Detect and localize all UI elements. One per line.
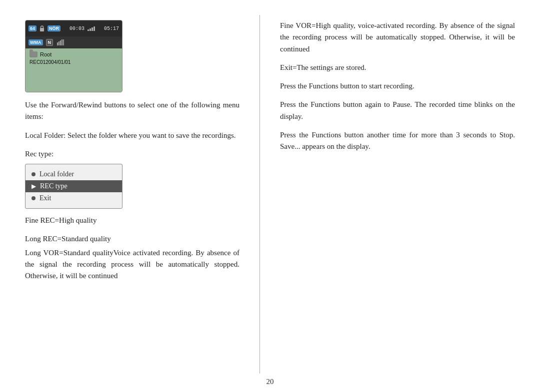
left-para1: Use the Forward/Rewind buttons to select… <box>25 99 240 123</box>
menu-item-rec-type[interactable]: ▶ REC type <box>26 180 122 192</box>
left-para4: Fine REC=High quality <box>25 215 240 226</box>
device-root-label: Root <box>40 51 52 57</box>
badge-n: N <box>46 39 54 46</box>
device-top-bar: 64 NÖR 00:03 <box>26 20 122 36</box>
device-second-bar: WMA N <box>26 36 122 48</box>
left-column: 64 NÖR 00:03 <box>0 15 260 374</box>
right-para1: Fine VOR=High quality, voice-activated r… <box>280 20 515 55</box>
right-para2: Exit=The settings are stored. <box>280 62 515 73</box>
signal-icon <box>57 39 65 45</box>
rec-type-label: Rec type: <box>25 148 240 160</box>
device-screenshot: 64 NÖR 00:03 <box>25 20 122 92</box>
menu-dot-local-folder <box>32 172 36 176</box>
page-number: 20 <box>266 378 274 386</box>
menu-item-local-folder[interactable]: Local folder <box>26 168 122 180</box>
page-container: 64 NÖR 00:03 <box>0 0 540 392</box>
left-para6: Long VOR=Standard qualityVoice activated… <box>25 247 240 282</box>
right-para5: Press the Functions button another time … <box>280 129 515 153</box>
device-rec-label: REC012004/01/01 <box>30 59 118 65</box>
right-column: Fine VOR=High quality, voice-activated r… <box>260 15 540 374</box>
signal-bars <box>88 26 95 31</box>
svg-rect-0 <box>40 28 44 31</box>
menu-dot-exit <box>32 196 36 200</box>
menu-label-local-folder: Local folder <box>40 170 74 178</box>
svg-rect-2 <box>58 41 60 45</box>
device-time1: 00:03 <box>70 26 84 31</box>
device-folder-row: Root <box>30 51 118 57</box>
device-icons <box>40 25 44 31</box>
menu-label-rec-type: REC type <box>40 182 68 190</box>
page-footer: 20 <box>0 374 540 392</box>
left-para5: Long REC=Standard quality <box>25 233 240 245</box>
menu-arrow-rec-type: ▶ <box>32 183 36 190</box>
svg-rect-5 <box>63 39 64 45</box>
badge-nor: NÖR <box>48 25 60 31</box>
content-area: 64 NÖR 00:03 <box>0 0 540 374</box>
right-para4: Press the Functions button again to Paus… <box>280 99 515 122</box>
badge-wma: WMA <box>28 39 43 45</box>
menu-label-exit: Exit <box>40 194 51 202</box>
right-para3: Press the Functions button to start reco… <box>280 80 515 92</box>
device-screen: Root REC012004/01/01 <box>26 48 122 92</box>
svg-rect-1 <box>57 42 58 45</box>
menu-item-exit[interactable]: Exit <box>26 192 122 204</box>
folder-icon <box>30 51 38 57</box>
svg-rect-3 <box>60 40 61 45</box>
left-para2: Local Folder: Select the folder where yo… <box>25 130 240 141</box>
lock-icon <box>40 25 44 31</box>
menu-box: Local folder ▶ REC type Exit <box>25 164 122 209</box>
device-time2: 05:17 <box>104 26 119 31</box>
svg-rect-4 <box>62 39 62 45</box>
badge-64: 64 <box>28 25 36 31</box>
